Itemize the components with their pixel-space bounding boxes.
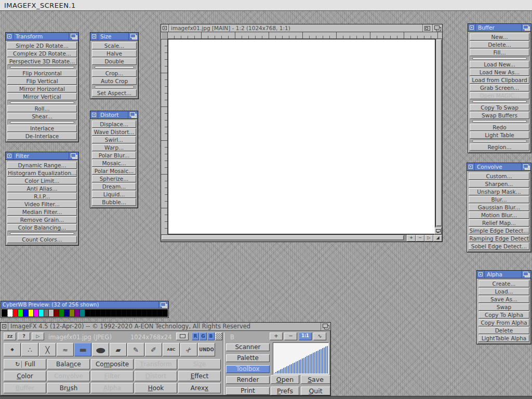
color-button[interactable]: Color [4, 371, 46, 381]
close-icon[interactable] [468, 24, 476, 31]
interlace-button[interactable]: Interlace [7, 125, 77, 132]
depth-icon[interactable] [521, 163, 531, 170]
composite-button[interactable]: Composite [91, 359, 134, 369]
save-button[interactable]: Save [301, 375, 330, 384]
size-titlebar[interactable]: Size [90, 33, 138, 41]
video-filter-button[interactable]: Video Filter... [7, 201, 77, 208]
color-swatch[interactable] [101, 309, 106, 317]
close-icon[interactable] [6, 152, 14, 159]
color-swatch[interactable] [147, 309, 152, 317]
gaussian-blur-button[interactable]: Gaussian Blur... [469, 204, 529, 211]
brush-button[interactable]: Brush [47, 383, 90, 393]
ramping-edge-detect-button[interactable]: Ramping Edge Detect [469, 235, 529, 242]
scale-button[interactable]: Scale... [92, 42, 137, 49]
color-swatch[interactable] [90, 309, 96, 317]
scissors-tool[interactable]: ✂ [180, 343, 197, 356]
mirror-vertical-button[interactable]: Mirror Vertical [7, 93, 77, 100]
alpha-titlebar[interactable]: Alpha [477, 271, 531, 278]
close-icon[interactable] [1, 323, 8, 330]
load-button[interactable]: Load... [478, 288, 529, 295]
hook-button[interactable]: Hook [135, 383, 177, 393]
text-tool[interactable]: ABC [163, 343, 180, 356]
sleep-button[interactable]: zz [4, 332, 16, 340]
histogram-button[interactable]: ◢ [433, 235, 442, 242]
color-swatch[interactable] [44, 309, 49, 317]
balance-button[interactable]: Balance [47, 359, 90, 369]
depth-icon[interactable] [521, 271, 531, 278]
complex-2d-rotate-button[interactable]: Complex 2D Rotate... [7, 50, 77, 57]
delete-button[interactable]: Delete... [470, 41, 529, 48]
color-swatch[interactable] [7, 309, 13, 317]
distort-titlebar[interactable]: Distort [90, 111, 138, 119]
open-magic-button[interactable]: Open MAGIC... [470, 92, 529, 99]
print-button[interactable]: Print [226, 387, 270, 395]
depth-icon[interactable] [321, 323, 330, 330]
simple-2d-rotate-button[interactable]: Simple 2D Rotate... [7, 42, 77, 49]
load-new-as-button[interactable]: Load New As... [470, 69, 529, 76]
remove-grain-button[interactable]: Remove Grain... [7, 216, 77, 223]
depth-icon[interactable] [521, 24, 531, 31]
palette-button[interactable]: Palette [226, 354, 270, 362]
color-swatch[interactable] [85, 309, 90, 317]
dream-button[interactable]: Dream... [92, 183, 136, 190]
channel-green-button[interactable]: G [200, 332, 207, 340]
vertical-scrollbar[interactable] [435, 39, 442, 227]
color-balancing-button[interactable]: Color Balancing... [7, 224, 77, 231]
depth-icon[interactable] [128, 33, 138, 40]
color-swatch[interactable] [122, 309, 127, 317]
depth-icon[interactable] [69, 33, 78, 40]
help-button[interactable]: ? [18, 332, 30, 340]
buffer-titlebar[interactable]: Buffer [468, 24, 531, 32]
color-swatch[interactable] [23, 309, 29, 317]
color-swatch[interactable] [152, 309, 157, 317]
zoom-gadget-icon[interactable] [422, 24, 432, 32]
fill-button[interactable]: Fill... [470, 49, 529, 56]
close-icon[interactable] [90, 111, 98, 118]
color-swatch[interactable] [80, 309, 85, 317]
quit-button[interactable]: Quit [301, 387, 330, 395]
color-limit-button[interactable]: Color Limit... [7, 177, 77, 184]
freehand-tool[interactable]: ✎ [127, 343, 144, 356]
depth-icon[interactable] [432, 24, 442, 32]
polar-mosaic-button[interactable]: Polar Mosaic... [92, 167, 136, 175]
line-tool[interactable]: ╳ [39, 343, 56, 356]
open-button[interactable]: Open [271, 375, 299, 384]
color-swatch[interactable] [2, 309, 7, 317]
size-button[interactable]: Size [178, 359, 221, 369]
screen-mode-icon[interactable] [434, 228, 442, 234]
zoom-out-button[interactable]: − [284, 332, 297, 340]
color-swatch[interactable] [142, 309, 147, 317]
custom-button[interactable]: Custom... [469, 172, 529, 180]
buffer-button[interactable]: Buffer [4, 383, 46, 393]
curve-tool[interactable]: ≈ [57, 343, 74, 356]
histogram-equalization-button[interactable]: Histogram Equalization... [7, 169, 77, 177]
sharpen-button[interactable]: Sharpen... [469, 180, 529, 188]
preview-screen-button[interactable] [176, 332, 189, 340]
color-swatch[interactable] [64, 309, 70, 317]
lighttable-alpha-button[interactable]: LightTable Alpha [478, 335, 529, 342]
displace-button[interactable]: Displace... [92, 121, 136, 128]
color-swatch[interactable] [49, 309, 54, 317]
close-icon[interactable] [477, 271, 485, 278]
color-swatch[interactable] [106, 309, 111, 317]
flip-vertical-button[interactable]: Flip Vertical [7, 77, 77, 85]
anti-alias-button[interactable]: Anti Alias... [7, 185, 77, 192]
warp-button[interactable]: Warp... [92, 144, 136, 151]
toolbox-button[interactable]: Toolbox [226, 365, 270, 373]
convolve-button[interactable]: Convolve [47, 371, 90, 381]
scanner-button[interactable]: Scanner [226, 343, 270, 351]
effect-button[interactable]: Effect [178, 371, 221, 381]
shear-button[interactable]: Shear... [7, 113, 77, 120]
close-icon[interactable] [90, 33, 98, 40]
zoom-in-button[interactable]: + [407, 235, 416, 242]
r-i-p-button[interactable]: R.I.P... [7, 193, 77, 200]
color-swatch[interactable] [96, 309, 101, 317]
copy-to-alpha-button[interactable]: Copy To Alpha [478, 311, 529, 318]
polar-blur-button[interactable]: Polar Blur... [92, 152, 136, 159]
save-as-button[interactable]: Save As... [478, 296, 529, 303]
pan-button[interactable]: ▷ [424, 235, 433, 242]
light-table-button[interactable]: Light Table [470, 131, 529, 139]
zoom-out-button[interactable]: − [416, 235, 424, 242]
halve-button[interactable]: Halve [92, 50, 137, 57]
cyberwb-titlebar[interactable]: CyberWB Preview: (32 of 256 shown) [1, 301, 168, 309]
